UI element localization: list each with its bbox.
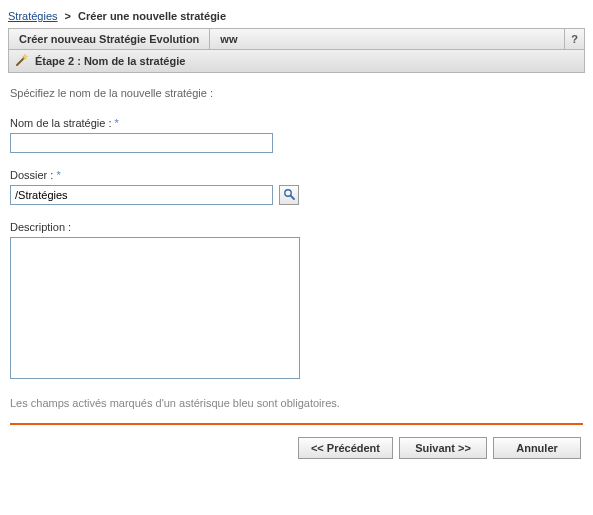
next-button[interactable]: Suivant >> bbox=[399, 437, 487, 459]
description-textarea[interactable] bbox=[10, 237, 300, 379]
strategy-name-input[interactable] bbox=[10, 133, 273, 153]
svg-line-0 bbox=[17, 58, 24, 65]
breadcrumb: Stratégies > Créer une nouvelle stratégi… bbox=[8, 8, 585, 28]
description-group: Description : bbox=[10, 221, 583, 381]
strategy-name-label: Nom de la stratégie : * bbox=[10, 117, 583, 129]
wizard-panel: Créer nouveau Stratégie Evolution ww ? É… bbox=[8, 28, 585, 73]
wizard-button-row: << Précédent Suivant >> Annuler bbox=[10, 437, 583, 459]
description-label: Description : bbox=[10, 221, 583, 233]
breadcrumb-separator: > bbox=[65, 10, 71, 22]
browse-folder-button[interactable] bbox=[279, 185, 299, 205]
svg-line-3 bbox=[290, 195, 293, 198]
required-footnote: Les champs activés marqués d'un astérisq… bbox=[10, 397, 583, 409]
panel-header: Créer nouveau Stratégie Evolution ww ? bbox=[9, 29, 584, 50]
step-bar: Étape 2 : Nom de la stratégie bbox=[9, 50, 584, 72]
previous-button[interactable]: << Précédent bbox=[298, 437, 393, 459]
breadcrumb-current: Créer une nouvelle stratégie bbox=[78, 10, 226, 22]
folder-group: Dossier : * bbox=[10, 169, 583, 205]
form-intro: Spécifiez le nom de la nouvelle stratégi… bbox=[10, 87, 583, 99]
folder-input[interactable] bbox=[10, 185, 273, 205]
folder-label: Dossier : * bbox=[10, 169, 583, 181]
search-icon bbox=[283, 188, 296, 203]
wand-icon bbox=[15, 53, 29, 69]
divider bbox=[10, 423, 583, 425]
help-button[interactable]: ? bbox=[564, 29, 584, 49]
required-mark: * bbox=[115, 117, 119, 129]
breadcrumb-root-link[interactable]: Stratégies bbox=[8, 10, 58, 22]
panel-title-right: ww bbox=[210, 29, 564, 49]
cancel-button[interactable]: Annuler bbox=[493, 437, 581, 459]
strategy-name-group: Nom de la stratégie : * bbox=[10, 117, 583, 153]
panel-title-left: Créer nouveau Stratégie Evolution bbox=[9, 29, 210, 49]
form-content: Spécifiez le nom de la nouvelle stratégi… bbox=[8, 73, 585, 469]
required-mark: * bbox=[56, 169, 60, 181]
step-label: Étape 2 : Nom de la stratégie bbox=[35, 55, 185, 67]
